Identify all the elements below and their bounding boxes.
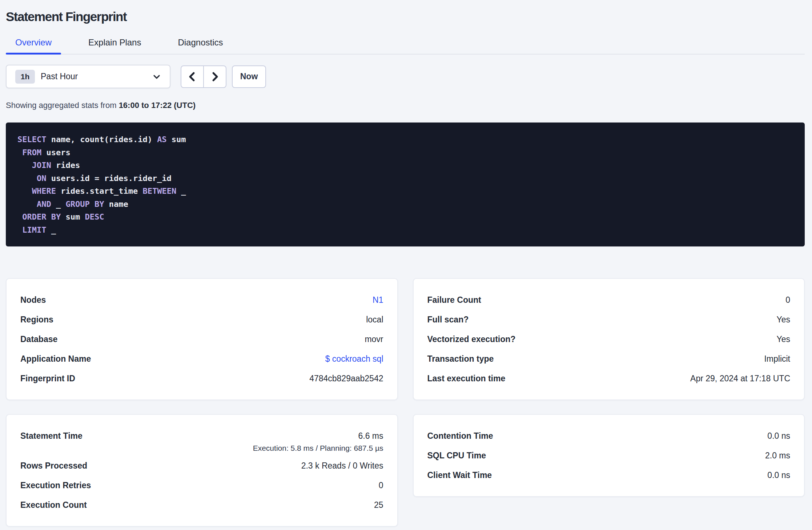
- summary-row-label: Transaction type: [427, 353, 494, 365]
- chevron-left-icon: [186, 71, 198, 83]
- summary-row: SQL CPU Time2.0 ms: [427, 450, 791, 461]
- summary-row-value: 2.0 ms: [765, 450, 790, 461]
- sql-line: SELECT name, count(rides.id) AS sum: [17, 133, 793, 146]
- summary-row: Regionslocal: [20, 314, 383, 325]
- summary-row-label: Failure Count: [427, 294, 481, 306]
- time-range-label: Past Hour: [41, 72, 78, 81]
- summary-row-subvalue: Execution: 5.8 ms / Planning: 687.5 µs: [253, 443, 383, 454]
- sql-line: LIMIT _: [17, 224, 793, 237]
- sql-line: ORDER BY sum DESC: [17, 210, 793, 224]
- summary-row-value-link[interactable]: $ cockroach sql: [325, 353, 383, 365]
- sql-statement: SELECT name, count(rides.id) AS sum FROM…: [6, 123, 805, 246]
- summary-row-value: 25: [374, 499, 383, 511]
- summary-row-label: Last execution time: [427, 373, 506, 384]
- summary-row-label: Execution Retries: [20, 479, 91, 491]
- summary-row-value: Yes: [776, 333, 790, 345]
- summary-row: Execution Retries0: [20, 479, 383, 491]
- sql-line: WHERE rides.start_time BETWEEN _: [17, 185, 793, 198]
- summary-row-value: Implicit: [764, 353, 790, 365]
- summary-row: Transaction typeImplicit: [427, 353, 791, 365]
- tab-overview[interactable]: Overview: [6, 37, 61, 54]
- sql-line: AND _ GROUP BY name: [17, 198, 793, 211]
- summary-row-value: 6.6 msExecution: 5.8 ms / Planning: 687.…: [253, 430, 383, 454]
- statement-details-card: NodesN1RegionslocalDatabasemovrApplicati…: [6, 278, 398, 400]
- summary-row: Statement Time6.6 msExecution: 5.8 ms / …: [20, 430, 383, 454]
- summary-row-label: Vectorized execution?: [427, 333, 516, 345]
- summary-row-value: Yes: [776, 314, 790, 325]
- summary-row: Fingerprint ID4784cb829aab2542: [20, 373, 383, 384]
- summary-row: Last execution timeApr 29, 2024 at 17:18…: [427, 373, 791, 384]
- summary-row: Failure Count0: [427, 294, 791, 306]
- sql-line: FROM users: [17, 146, 793, 159]
- summary-row-label: SQL CPU Time: [427, 450, 486, 461]
- summary-row: Contention Time0.0 ns: [427, 430, 791, 442]
- execution-attributes-card: Failure Count0Full scan?YesVectorized ex…: [413, 278, 805, 400]
- previous-interval-button[interactable]: [181, 66, 203, 87]
- summary-row-value-link[interactable]: N1: [373, 294, 383, 306]
- summary-row-label: Nodes: [20, 294, 46, 306]
- summary-row: Execution Count25: [20, 499, 383, 511]
- summary-row: Full scan?Yes: [427, 314, 791, 325]
- summary-row-value: 2.3 k Reads / 0 Writes: [301, 460, 383, 471]
- now-button[interactable]: Now: [232, 65, 266, 88]
- summary-row-value: 0.0 ns: [767, 469, 790, 481]
- time-range-badge: 1h: [15, 70, 35, 84]
- sql-line: ON users.id = rides.rider_id: [17, 172, 793, 185]
- summary-row-value: 4784cb829aab2542: [309, 373, 383, 384]
- summary-row-label: Full scan?: [427, 314, 469, 325]
- summary-row: Databasemovr: [20, 333, 383, 345]
- summary-row: Application Name$ cockroach sql: [20, 353, 383, 365]
- summary-row-label: Fingerprint ID: [20, 373, 75, 384]
- summary-row: NodesN1: [20, 294, 383, 306]
- summary-cards: NodesN1RegionslocalDatabasemovrApplicati…: [6, 278, 805, 527]
- time-range-dropdown[interactable]: 1h Past Hour: [6, 65, 170, 88]
- summary-row: Client Wait Time0.0 ns: [427, 469, 791, 481]
- tab-explain-plans[interactable]: Explain Plans: [79, 37, 150, 54]
- summary-row-label: Execution Count: [20, 499, 87, 511]
- summary-row-value: 0: [785, 294, 790, 306]
- time-controls: 1h Past Hour Now: [6, 65, 805, 88]
- summary-row-value: local: [366, 314, 383, 325]
- sql-line: JOIN rides: [17, 159, 793, 172]
- summary-row-label: Regions: [20, 314, 53, 325]
- aggregated-stats-range: 16:00 to 17:22 (UTC): [119, 101, 196, 110]
- summary-row-value: 0.0 ns: [767, 430, 790, 442]
- aggregated-stats-caption: Showing aggregated stats from 16:00 to 1…: [6, 101, 805, 110]
- statement-fingerprint-page: Statement Fingerprint OverviewExplain Pl…: [0, 0, 812, 527]
- statement-times-card: Statement Time6.6 msExecution: 5.8 ms / …: [6, 414, 398, 527]
- tab-diagnostics[interactable]: Diagnostics: [168, 37, 232, 54]
- time-step-buttons: [181, 65, 226, 88]
- wait-times-card: Contention Time0.0 nsSQL CPU Time2.0 msC…: [413, 414, 805, 497]
- summary-row: Vectorized execution?Yes: [427, 333, 791, 345]
- tab-bar: OverviewExplain PlansDiagnostics: [6, 37, 805, 55]
- summary-row-label: Contention Time: [427, 430, 493, 442]
- aggregated-stats-prefix: Showing aggregated stats from: [6, 101, 119, 110]
- chevron-down-icon: [152, 72, 162, 82]
- summary-row-label: Database: [20, 333, 57, 345]
- summary-row-value: movr: [365, 333, 383, 345]
- summary-row-label: Application Name: [20, 353, 91, 365]
- page-title: Statement Fingerprint: [6, 9, 805, 24]
- summary-row-value: 0: [379, 479, 383, 491]
- summary-row: Rows Processed2.3 k Reads / 0 Writes: [20, 460, 383, 471]
- next-interval-button[interactable]: [203, 66, 226, 87]
- summary-row-label: Statement Time: [20, 430, 83, 442]
- summary-row-label: Rows Processed: [20, 460, 87, 471]
- chevron-right-icon: [209, 71, 221, 83]
- summary-row-value: Apr 29, 2024 at 17:18 UTC: [690, 373, 790, 384]
- summary-row-label: Client Wait Time: [427, 469, 492, 481]
